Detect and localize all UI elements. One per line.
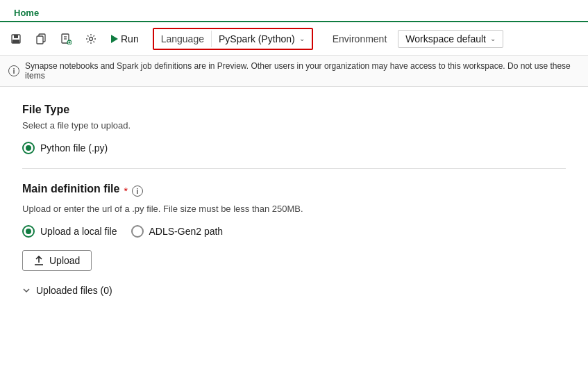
language-label: Language bbox=[154, 31, 212, 47]
file-type-title: File Type bbox=[22, 104, 566, 116]
main-def-description: Upload or enter the url of a .py file. F… bbox=[22, 204, 566, 214]
main-def-file-section: Main definition file * i Upload or enter… bbox=[22, 183, 566, 296]
upload-local-selected bbox=[26, 229, 31, 234]
uploaded-files-label: Uploaded files (0) bbox=[36, 285, 112, 296]
section-divider bbox=[22, 168, 566, 169]
environment-label: Environment bbox=[326, 31, 394, 47]
file-type-description: Select a file type to upload. bbox=[22, 120, 566, 131]
required-indicator: * bbox=[124, 186, 127, 197]
python-file-option[interactable]: Python file (.py) bbox=[22, 142, 566, 154]
main-def-title: Main definition file bbox=[22, 183, 119, 195]
home-tab[interactable]: Home bbox=[8, 5, 44, 22]
copy-icon bbox=[35, 33, 47, 44]
python-file-label: Python file (.py) bbox=[40, 142, 108, 154]
svg-rect-2 bbox=[12, 40, 19, 43]
svg-point-11 bbox=[90, 37, 93, 40]
new-file-button[interactable] bbox=[56, 28, 76, 49]
info-icon: i bbox=[8, 65, 19, 76]
language-value: PySpark (Python) bbox=[219, 33, 295, 44]
main-def-header: Main definition file * i bbox=[22, 183, 566, 199]
info-tooltip-icon[interactable]: i bbox=[132, 186, 143, 197]
save-icon bbox=[10, 33, 22, 44]
chevron-down-icon bbox=[22, 286, 31, 295]
info-text: Synapse notebooks and Spark job definiti… bbox=[25, 61, 580, 81]
language-chevron-icon: ⌄ bbox=[299, 35, 305, 42]
language-selector: Language PySpark (Python) ⌄ bbox=[153, 28, 313, 50]
title-bar: Home bbox=[0, 0, 588, 22]
svg-rect-1 bbox=[14, 35, 18, 38]
run-label: Run bbox=[121, 33, 139, 44]
run-icon bbox=[111, 35, 118, 43]
info-bar: i Synapse notebooks and Spark job defini… bbox=[0, 56, 588, 87]
upload-local-radio[interactable] bbox=[22, 225, 35, 238]
svg-rect-4 bbox=[37, 36, 43, 44]
environment-chevron-icon: ⌄ bbox=[490, 35, 496, 42]
uploaded-files-row[interactable]: Uploaded files (0) bbox=[22, 285, 566, 296]
adls-option[interactable]: ADLS-Gen2 path bbox=[131, 225, 224, 238]
environment-value: Workspace default bbox=[405, 33, 486, 44]
save-button[interactable] bbox=[6, 28, 26, 49]
upload-local-label: Upload a local file bbox=[40, 226, 117, 237]
main-content: File Type Select a file type to upload. … bbox=[0, 87, 588, 313]
upload-button[interactable]: Upload bbox=[22, 250, 92, 271]
copy-button[interactable] bbox=[31, 28, 51, 49]
settings-button[interactable] bbox=[81, 28, 101, 49]
language-dropdown[interactable]: PySpark (Python) ⌄ bbox=[212, 31, 312, 47]
file-type-section: File Type Select a file type to upload. … bbox=[22, 104, 566, 154]
upload-icon bbox=[34, 256, 44, 265]
adls-radio[interactable] bbox=[131, 225, 144, 238]
upload-button-label: Upload bbox=[49, 255, 80, 266]
python-file-radio[interactable] bbox=[22, 142, 35, 154]
radio-selected-indicator bbox=[26, 145, 31, 151]
adls-label: ADLS-Gen2 path bbox=[149, 226, 224, 237]
new-file-icon bbox=[60, 33, 72, 44]
settings-icon bbox=[85, 33, 96, 44]
run-button[interactable]: Run bbox=[106, 31, 144, 47]
environment-dropdown[interactable]: Workspace default ⌄ bbox=[398, 30, 503, 48]
upload-options-row: Upload a local file ADLS-Gen2 path bbox=[22, 225, 566, 238]
upload-local-option[interactable]: Upload a local file bbox=[22, 225, 117, 238]
toolbar: Run Language PySpark (Python) ⌄ Environm… bbox=[0, 22, 588, 56]
